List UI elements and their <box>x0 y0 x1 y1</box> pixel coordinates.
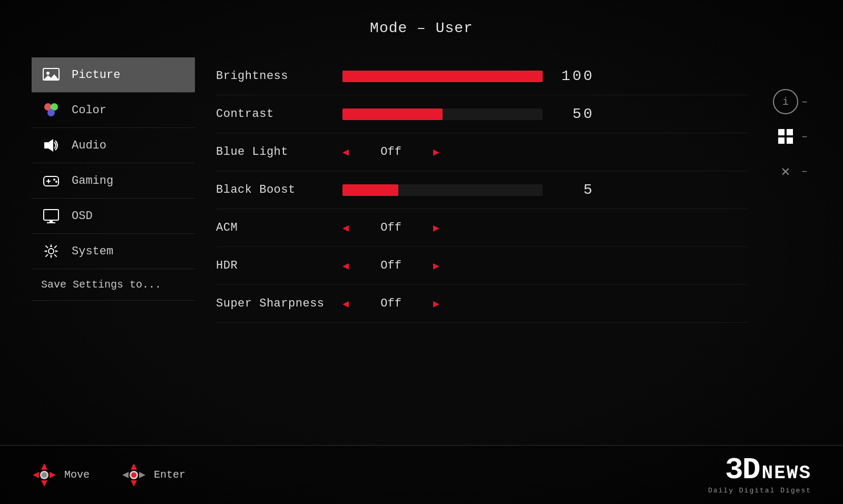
svg-point-1 <box>46 72 50 75</box>
enter-dpad-icon <box>121 462 146 488</box>
super-sharpness-control: ◀ Off ▶ <box>342 297 748 310</box>
acm-arrow-left[interactable]: ◀ <box>342 221 349 234</box>
enter-label: Enter <box>154 469 185 481</box>
acm-row: ACM ◀ Off ▶ <box>216 209 748 247</box>
sidebar-item-color[interactable]: Color <box>32 93 195 128</box>
acm-arrow-right[interactable]: ▶ <box>433 221 439 234</box>
super-sharpness-row: Super Sharpness ◀ Off ▶ <box>216 285 748 323</box>
svg-marker-27 <box>131 480 137 487</box>
contrast-control: 50 <box>342 106 748 122</box>
info-button[interactable]: i <box>773 89 798 114</box>
blue-light-row: Blue Light ◀ Off ▶ <box>216 133 748 171</box>
contrast-label: Contrast <box>216 107 342 121</box>
svg-marker-28 <box>122 472 129 478</box>
sidebar-label-color: Color <box>72 104 106 117</box>
sidebar-label-picture: Picture <box>72 68 120 82</box>
svg-marker-29 <box>139 472 145 478</box>
svg-marker-26 <box>131 463 137 470</box>
black-boost-row: Black Boost 5 <box>216 171 748 209</box>
info-dash: – <box>801 96 808 108</box>
hdr-toggle: ◀ Off ▶ <box>342 259 595 272</box>
sidebar-item-gaming[interactable]: Gaming <box>32 163 195 199</box>
contrast-slider-fill <box>342 108 443 120</box>
acm-toggle: ◀ Off ▶ <box>342 221 595 234</box>
blue-light-arrow-right[interactable]: ▶ <box>433 145 439 159</box>
svg-marker-23 <box>50 472 56 478</box>
hdr-arrow-left[interactable]: ◀ <box>342 259 349 272</box>
picture-icon <box>41 65 61 85</box>
sidebar-item-audio[interactable]: Audio <box>32 128 195 163</box>
close-icon-row: ✕ – <box>773 159 808 184</box>
brightness-slider-track[interactable] <box>342 71 543 82</box>
hdr-control: ◀ Off ▶ <box>342 259 748 272</box>
bottom-bar: Move Enter 3D NEWS Daily Digital Digest <box>0 445 843 504</box>
hdr-label: HDR <box>216 259 342 272</box>
close-dash: – <box>801 165 808 177</box>
svg-marker-20 <box>41 463 47 470</box>
move-label: Move <box>64 469 90 481</box>
sidebar-label-audio: Audio <box>72 139 106 152</box>
close-button[interactable]: ✕ <box>773 159 798 184</box>
svg-rect-16 <box>778 129 785 135</box>
blue-light-label: Blue Light <box>216 145 342 159</box>
blue-light-toggle: ◀ Off ▶ <box>342 145 595 159</box>
brightness-label: Brightness <box>216 70 342 83</box>
svg-marker-21 <box>41 480 47 487</box>
sidebar: Picture Color <box>32 57 195 445</box>
super-sharpness-label: Super Sharpness <box>216 297 342 310</box>
grid-icon-row: – <box>773 124 808 149</box>
save-settings-button[interactable]: Save Settings to... <box>32 269 195 301</box>
info-icon-row: i – <box>773 89 808 114</box>
sidebar-item-osd[interactable]: OSD <box>32 199 195 234</box>
acm-label: ACM <box>216 221 342 234</box>
contrast-row: Contrast 50 <box>216 95 748 133</box>
contrast-value: 50 <box>557 106 594 122</box>
settings-panel: Brightness 100 Contrast 50 <box>195 57 769 445</box>
svg-marker-6 <box>48 139 53 152</box>
hdr-arrow-right[interactable]: ▶ <box>433 259 439 272</box>
audio-icon <box>41 135 61 155</box>
svg-rect-19 <box>787 137 793 144</box>
logo-news: NEWS <box>762 464 811 483</box>
svg-point-11 <box>55 181 57 183</box>
svg-rect-18 <box>778 137 785 144</box>
blue-light-value: Off <box>359 145 423 159</box>
sidebar-item-system[interactable]: System <box>32 234 195 269</box>
svg-point-15 <box>48 249 54 254</box>
svg-point-31 <box>131 472 136 478</box>
color-icon <box>41 100 61 120</box>
svg-marker-22 <box>33 472 39 478</box>
svg-rect-5 <box>44 142 48 149</box>
svg-rect-12 <box>44 210 58 220</box>
super-sharpness-toggle: ◀ Off ▶ <box>342 297 595 310</box>
super-sharpness-arrow-left[interactable]: ◀ <box>342 297 349 310</box>
svg-rect-17 <box>787 129 793 135</box>
super-sharpness-arrow-right[interactable]: ▶ <box>433 297 439 310</box>
grid-icon <box>777 128 794 145</box>
svg-point-4 <box>47 109 55 116</box>
grid-button[interactable] <box>773 124 798 149</box>
hdr-value: Off <box>359 259 423 272</box>
enter-hint: Enter <box>121 462 185 488</box>
acm-value: Off <box>359 221 423 234</box>
black-boost-control: 5 <box>342 182 748 198</box>
move-dpad-icon <box>32 462 57 488</box>
svg-point-10 <box>53 179 55 181</box>
acm-control: ◀ Off ▶ <box>342 221 748 234</box>
sidebar-label-gaming: Gaming <box>72 174 113 187</box>
sidebar-item-picture[interactable]: Picture <box>32 57 195 93</box>
brightness-control: 100 <box>342 68 748 84</box>
blue-light-arrow-left[interactable]: ◀ <box>342 145 349 159</box>
osd-icon <box>41 206 61 226</box>
info-icon: i <box>782 96 789 108</box>
sidebar-label-osd: OSD <box>72 210 93 223</box>
hdr-row: HDR ◀ Off ▶ <box>216 247 748 285</box>
logo-area: 3D NEWS Daily Digital Digest <box>708 455 811 495</box>
contrast-slider-track[interactable] <box>342 108 543 120</box>
brightness-slider-fill <box>342 71 543 82</box>
blue-light-control: ◀ Off ▶ <box>342 145 748 159</box>
page-title: Mode – User <box>0 0 843 47</box>
black-boost-slider-track[interactable] <box>342 184 543 196</box>
brightness-value: 100 <box>557 68 594 84</box>
grid-dash: – <box>801 131 808 143</box>
